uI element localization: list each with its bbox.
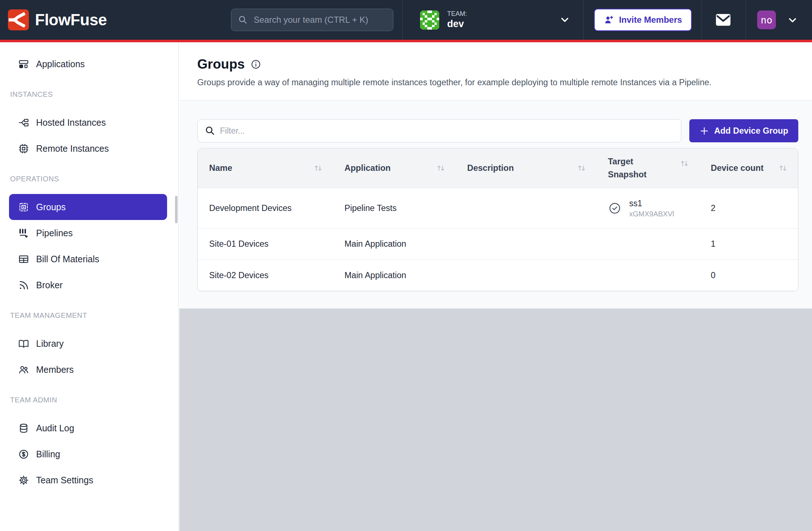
search-icon <box>237 14 248 25</box>
table-row[interactable]: Site-01 Devices Main Application 1 <box>198 229 798 260</box>
sidebar-section-instances: INSTANCES <box>0 90 178 99</box>
search-input[interactable] <box>231 9 393 31</box>
sidebar-item-library[interactable]: Library <box>0 331 178 357</box>
column-header-target-snapshot[interactable]: Target Snapshot <box>597 148 699 188</box>
billing-icon <box>18 449 29 460</box>
page-header: Groups Groups provide a way of managing … <box>179 42 812 100</box>
sidebar-item-label: Broker <box>36 280 63 290</box>
sidebar-item-bill-of-materials[interactable]: Bill Of Materials <box>0 246 178 272</box>
cell-name: Development Devices <box>198 188 333 228</box>
sidebar-item-label: Pipelines <box>36 228 73 238</box>
sidebar-item-label: Audit Log <box>36 423 74 433</box>
check-circle-icon <box>608 202 621 215</box>
cell-description <box>456 260 597 291</box>
sidebar-item-label: Applications <box>36 59 85 69</box>
column-header-application[interactable]: Application <box>333 148 456 188</box>
brand[interactable]: FlowFuse <box>8 9 107 30</box>
library-icon <box>18 338 29 349</box>
sidebar-item-label: Remote Instances <box>36 143 109 154</box>
remote-instances-icon <box>18 143 29 154</box>
groups-panel: Add Device Group Name Application Descri… <box>179 100 812 308</box>
column-header-device-count[interactable]: Device count <box>699 148 798 188</box>
cell-target-snapshot <box>597 229 699 259</box>
bill-of-materials-icon <box>18 254 29 265</box>
cell-device-count: 1 <box>699 229 798 259</box>
info-icon[interactable] <box>250 59 261 70</box>
user-avatar[interactable]: no <box>757 10 776 29</box>
table-header-row: Name Application Description Target Snap… <box>198 148 798 188</box>
hosted-instances-icon <box>18 117 29 128</box>
sidebar-item-label: Hosted Instances <box>36 117 106 128</box>
empty-background <box>179 308 812 531</box>
sidebar-item-members[interactable]: Members <box>0 357 178 383</box>
cell-application: Pipeline Tests <box>333 188 456 228</box>
cell-name: Site-01 Devices <box>198 229 333 259</box>
cell-description <box>456 229 597 259</box>
add-device-group-button[interactable]: Add Device Group <box>689 119 798 142</box>
table-row[interactable]: Site-02 Devices Main Application 0 <box>198 260 798 291</box>
chevron-down-icon[interactable] <box>787 14 798 26</box>
navbar-divider <box>702 0 702 40</box>
column-header-name[interactable]: Name <box>198 148 333 188</box>
sort-icon[interactable] <box>436 163 446 173</box>
sidebar-item-audit-log[interactable]: Audit Log <box>0 415 178 441</box>
applications-icon <box>18 59 29 70</box>
snapshot-id: xGMX9ABXVl <box>629 210 674 218</box>
mail-icon <box>715 12 732 28</box>
sort-icon[interactable] <box>680 159 689 168</box>
sort-icon[interactable] <box>313 163 323 173</box>
settings-icon <box>18 475 29 486</box>
cell-target-snapshot: ss1 xGMX9ABXVl <box>597 188 699 228</box>
page-description: Groups provide a way of managing multipl… <box>197 78 799 87</box>
sidebar-item-team-settings[interactable]: Team Settings <box>0 467 178 493</box>
sidebar-item-label: Billing <box>36 449 60 459</box>
invite-members-button[interactable]: Invite Members <box>594 9 692 31</box>
sidebar-scrollbar-thumb[interactable] <box>175 196 178 223</box>
team-selector[interactable]: TEAM: dev <box>420 0 467 40</box>
sidebar-item-label: Team Settings <box>36 475 93 485</box>
table-row[interactable]: Development Devices Pipeline Tests ss1 x… <box>198 188 798 229</box>
filter-input[interactable] <box>197 119 681 142</box>
cell-application: Main Application <box>333 229 456 259</box>
team-avatar <box>420 10 439 30</box>
sidebar-item-hosted-instances[interactable]: Hosted Instances <box>0 109 178 135</box>
sort-icon[interactable] <box>577 163 586 173</box>
column-header-description[interactable]: Description <box>456 148 597 188</box>
sidebar: Applications INSTANCES Hosted Instances … <box>0 42 179 531</box>
filter-field <box>197 119 681 142</box>
cell-device-count: 0 <box>699 260 798 291</box>
user-plus-icon <box>604 15 614 25</box>
sidebar-section-team-management: TEAM MANAGEMENT <box>0 311 178 320</box>
sidebar-item-pipelines[interactable]: Pipelines <box>0 220 178 246</box>
team-label: TEAM: <box>447 10 467 18</box>
cell-application: Main Application <box>333 260 456 291</box>
chevron-down-icon[interactable] <box>559 14 571 26</box>
sidebar-section-team-admin: TEAM ADMIN <box>0 396 178 404</box>
flowfuse-logo-icon <box>8 9 29 30</box>
sort-icon[interactable] <box>778 163 788 173</box>
sidebar-item-label: Bill Of Materials <box>36 254 99 264</box>
sidebar-item-label: Members <box>36 364 74 375</box>
cell-device-count: 2 <box>699 188 798 228</box>
notifications-button[interactable] <box>715 12 732 28</box>
sidebar-item-broker[interactable]: Broker <box>0 272 178 298</box>
navbar-divider <box>746 0 746 40</box>
search-icon <box>204 125 215 136</box>
main-content: Groups Groups provide a way of managing … <box>179 42 812 531</box>
page-title: Groups <box>197 57 245 72</box>
sidebar-item-groups[interactable]: Groups <box>9 194 167 220</box>
snapshot-name: ss1 <box>629 199 674 208</box>
team-search <box>231 9 393 31</box>
sidebar-item-label: Groups <box>36 202 66 212</box>
pipelines-icon <box>18 228 29 239</box>
audit-log-icon <box>18 423 29 434</box>
toolbar: Add Device Group <box>197 119 799 142</box>
invite-members-label: Invite Members <box>619 15 682 25</box>
sidebar-item-billing[interactable]: Billing <box>0 441 178 467</box>
device-group-icon <box>18 202 29 213</box>
user-initials: no <box>761 14 773 26</box>
sidebar-item-remote-instances[interactable]: Remote Instances <box>0 135 178 161</box>
sidebar-item-applications[interactable]: Applications <box>0 51 178 77</box>
sidebar-item-label: Library <box>36 338 64 349</box>
navbar-divider <box>402 0 403 40</box>
